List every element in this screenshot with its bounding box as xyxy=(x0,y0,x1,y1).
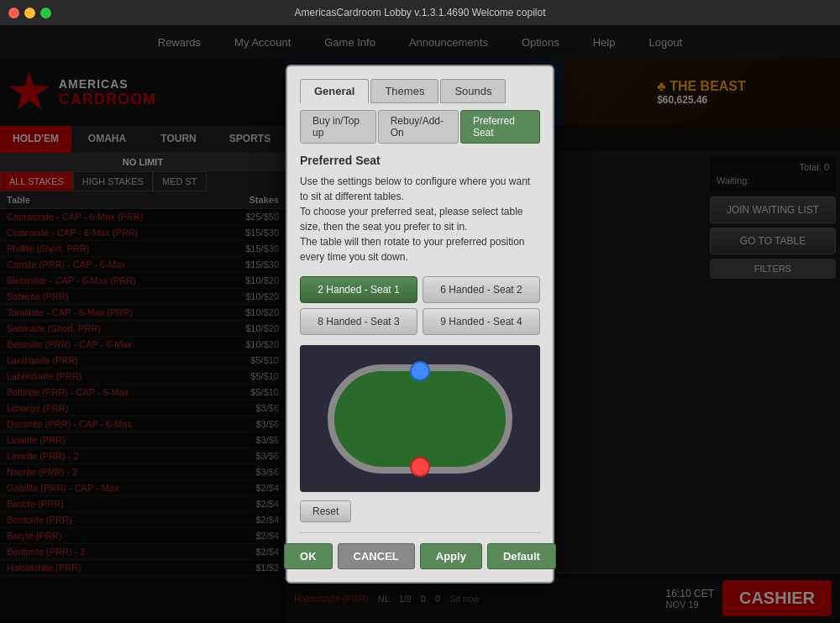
title-bar: AmericasCardroom Lobby v.1.3.1.4690 Welc… xyxy=(0,0,840,25)
modal-footer: OK CANCEL Apply Default xyxy=(300,532,540,569)
modal-title: Preferred Seat xyxy=(300,154,540,167)
reset-button[interactable]: Reset xyxy=(300,500,351,522)
modal-tab-themes[interactable]: Themes xyxy=(370,79,438,103)
seat-8handed[interactable]: 8 Handed - Seat 3 xyxy=(300,308,417,335)
poker-table xyxy=(328,364,512,474)
modal-description: Use the settings below to configure wher… xyxy=(300,174,540,264)
seat-9handed[interactable]: 9 Handed - Seat 4 xyxy=(423,308,540,335)
modal-subtab-preferred[interactable]: Preferred Seat xyxy=(460,110,540,144)
modal-tabs: General Themes Sounds xyxy=(300,79,540,103)
default-button[interactable]: Default xyxy=(487,543,556,569)
seat-6handed[interactable]: 6 Handed - Seat 2 xyxy=(423,276,540,303)
ok-button[interactable]: OK xyxy=(284,543,333,569)
poker-table-preview xyxy=(300,345,540,492)
seat-grid: 2 Handed - Seat 1 6 Handed - Seat 2 8 Ha… xyxy=(300,276,540,335)
modal-tab-sounds[interactable]: Sounds xyxy=(440,79,506,103)
maximize-button[interactable] xyxy=(40,8,51,18)
chip-blue-icon xyxy=(410,361,430,381)
seat-2handed[interactable]: 2 Handed - Seat 1 xyxy=(300,276,417,303)
modal-subtab-buyin[interactable]: Buy in/Top up xyxy=(300,110,376,144)
modal-subtab-rebuy[interactable]: Rebuy/Add-On xyxy=(378,110,459,144)
window-controls[interactable] xyxy=(8,8,51,18)
settings-modal: General Themes Sounds Buy in/Top up Rebu… xyxy=(286,65,554,584)
cancel-button[interactable]: CANCEL xyxy=(338,543,415,569)
apply-button[interactable]: Apply xyxy=(420,543,482,569)
close-button[interactable] xyxy=(8,8,19,18)
window-title: AmericasCardroom Lobby v.1.3.1.4690 Welc… xyxy=(294,7,545,18)
chip-red-icon xyxy=(410,457,430,477)
modal-tab-general[interactable]: General xyxy=(300,79,369,103)
minimize-button[interactable] xyxy=(24,8,35,18)
modal-sub-tabs: Buy in/Top up Rebuy/Add-On Preferred Sea… xyxy=(300,110,540,144)
modal-overlay: General Themes Sounds Buy in/Top up Rebu… xyxy=(0,25,840,623)
